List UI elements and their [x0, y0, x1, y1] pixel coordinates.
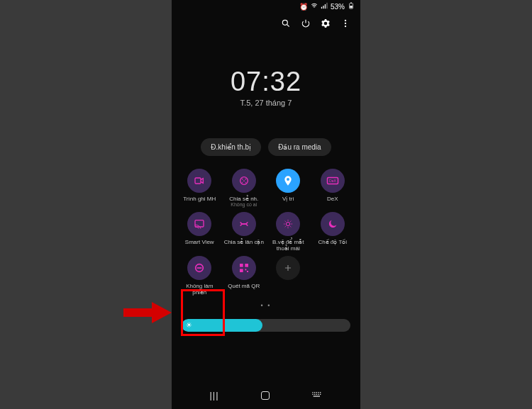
status-bar: ⏰ 53% — [172, 0, 360, 13]
tile-label: Chia sẻ nh. — [229, 196, 258, 202]
dex-icon: DeX — [321, 169, 345, 193]
dnd-icon — [187, 256, 211, 280]
nav-home-button[interactable] — [261, 391, 270, 400]
tile-quick-share[interactable]: Chia sẻ nh. Không có ai — [223, 169, 265, 208]
wifi-icon — [311, 2, 318, 11]
brightness-slider[interactable]: ☀ — [182, 319, 350, 332]
clock-area: 07:32 T.5, 27 tháng 7 — [172, 67, 360, 107]
media-output-button[interactable]: Đầu ra media — [268, 138, 331, 156]
more-icon[interactable] — [340, 18, 350, 31]
tile-label: Chia sẻ lân cận — [224, 239, 264, 245]
svg-rect-20 — [240, 269, 243, 273]
eye-comfort-icon — [276, 212, 300, 236]
tile-sublabel: Không có ai — [231, 202, 257, 208]
quick-panel-toolbar — [172, 13, 360, 34]
tile-label: Vị trí — [282, 196, 294, 202]
brightness-fill: ☀ — [182, 319, 262, 332]
tile-smart-view[interactable]: Smart View — [179, 212, 221, 252]
svg-rect-24 — [314, 392, 315, 393]
tile-qr[interactable]: Quét mã QR — [223, 256, 265, 296]
svg-rect-23 — [312, 392, 313, 393]
svg-rect-1 — [323, 6, 323, 9]
svg-rect-27 — [320, 392, 321, 393]
tile-dex[interactable]: DeX DeX — [312, 169, 354, 208]
page-indicator: • • — [172, 302, 360, 309]
svg-rect-6 — [350, 2, 352, 3]
nearby-share-icon — [232, 212, 256, 236]
add-tile-icon — [276, 256, 300, 280]
svg-rect-2 — [325, 4, 326, 9]
svg-marker-35 — [152, 302, 172, 323]
tile-screen-recorder[interactable]: Trình ghi MH — [179, 169, 221, 208]
tile-label: B.vệ để mắt thoải mái — [267, 239, 309, 252]
svg-rect-26 — [318, 392, 318, 393]
clock-time: 07:32 — [172, 67, 360, 97]
smart-view-icon — [187, 212, 211, 236]
svg-rect-18 — [240, 264, 243, 267]
quick-share-icon — [232, 169, 256, 193]
svg-rect-22 — [247, 271, 248, 272]
tile-label: DeX — [327, 196, 338, 202]
tile-label: Không làm phiền — [179, 283, 220, 296]
svg-rect-34 — [123, 308, 152, 317]
tile-add[interactable] — [267, 256, 309, 296]
svg-rect-21 — [245, 269, 246, 271]
svg-point-8 — [345, 20, 346, 21]
svg-rect-15 — [195, 220, 204, 227]
svg-rect-0 — [321, 7, 322, 9]
signal-icon — [321, 2, 328, 11]
tile-label: Quét mã QR — [228, 283, 260, 289]
svg-rect-28 — [312, 393, 313, 394]
device-control-button[interactable]: Đ.khiển th.bị — [201, 138, 261, 156]
tile-eye-comfort[interactable]: B.vệ để mắt thoải mái — [267, 212, 309, 252]
control-pills: Đ.khiển th.bị Đầu ra media — [172, 138, 360, 156]
qr-icon — [232, 256, 256, 280]
svg-text:DeX: DeX — [329, 179, 337, 183]
brightness-icon: ☀ — [186, 321, 192, 329]
tile-label: Trình ghi MH — [183, 196, 216, 202]
svg-point-7 — [282, 20, 287, 25]
nav-recent-button[interactable]: ||| — [209, 390, 218, 400]
screen-recorder-icon — [187, 169, 211, 193]
search-icon[interactable] — [281, 18, 291, 31]
tile-nearby-share[interactable]: Chia sẻ lân cận — [223, 212, 265, 252]
svg-rect-31 — [318, 393, 318, 394]
dark-mode-icon — [321, 212, 345, 236]
power-icon[interactable] — [301, 18, 311, 31]
tile-dnd[interactable]: Không làm phiền — [179, 256, 221, 296]
quick-settings-grid: Trình ghi MH Chia sẻ nh. Không có ai Vị … — [172, 156, 360, 301]
alarm-icon: ⏰ — [299, 3, 308, 11]
clock-date: T.5, 27 tháng 7 — [172, 99, 360, 107]
battery-text: 53% — [331, 3, 345, 11]
nav-keyboard-button[interactable] — [311, 391, 323, 400]
svg-point-16 — [287, 222, 290, 225]
svg-rect-3 — [326, 3, 327, 9]
tile-label: Chế độ Tối — [318, 239, 347, 245]
battery-icon — [348, 2, 355, 11]
nav-bar: ||| — [172, 386, 360, 405]
svg-rect-25 — [316, 392, 316, 393]
svg-rect-11 — [195, 178, 201, 184]
svg-point-10 — [345, 26, 346, 27]
svg-rect-29 — [314, 393, 315, 394]
location-icon — [276, 169, 300, 193]
tile-label: Smart View — [185, 239, 214, 245]
svg-rect-30 — [316, 393, 316, 394]
tile-dark-mode[interactable]: Chế độ Tối — [312, 212, 354, 252]
svg-rect-19 — [245, 264, 248, 267]
annotation-arrow — [122, 301, 173, 325]
tile-location[interactable]: Vị trí — [267, 169, 309, 208]
phone-screen: ⏰ 53% 07:32 T.5, 27 tháng 7 Đ.khiển th.b… — [172, 0, 360, 409]
svg-rect-33 — [313, 396, 319, 396]
svg-rect-5 — [350, 6, 352, 8]
settings-icon[interactable] — [321, 18, 331, 31]
svg-point-9 — [345, 23, 346, 24]
svg-rect-32 — [320, 393, 321, 394]
